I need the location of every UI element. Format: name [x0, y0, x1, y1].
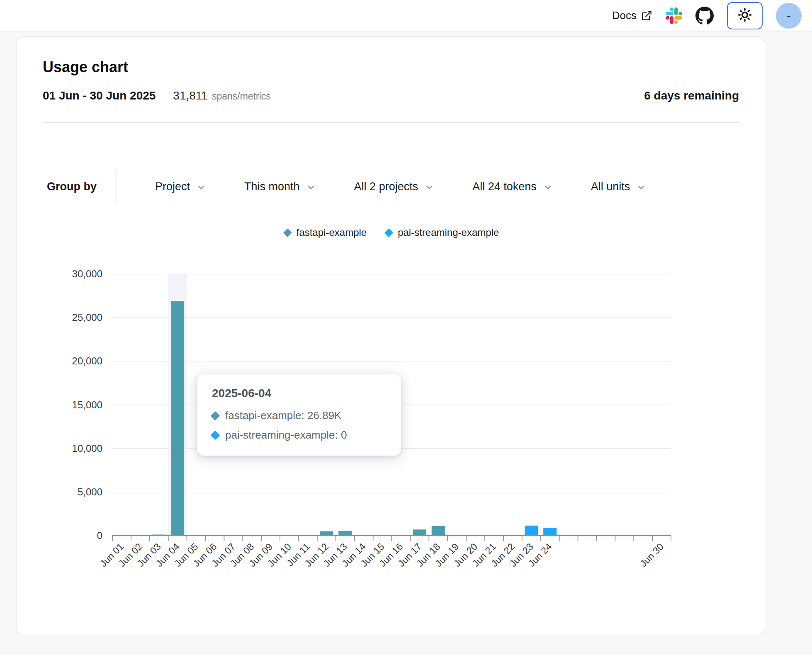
tooltip-row-fastapi-example: fastapi-example: 26.89K — [212, 409, 386, 422]
legend-item-pai-streaming-example[interactable]: pai-streaming-example — [386, 227, 499, 238]
chevron-down-icon — [636, 181, 646, 192]
filter-bar: Group by ProjectThis monthAll 2 projects… — [47, 172, 646, 201]
tooltip-date: 2025-06-04 — [212, 387, 386, 400]
bar-jun-17-fastapi-example[interactable] — [413, 529, 426, 536]
chevron-down-icon — [196, 181, 206, 192]
diamond-marker-icon — [211, 430, 220, 440]
total-spans-unit: spans/metrics — [212, 91, 271, 102]
theme-toggle-button[interactable] — [727, 2, 763, 29]
date-range: 01 Jun - 30 Jun 2025 — [43, 89, 156, 102]
filter-dropdown-all-2-projects[interactable]: All 2 projects — [354, 180, 435, 193]
chevron-down-icon — [543, 181, 553, 192]
tooltip-row-pai-streaming-example: pai-streaming-example: 0 — [212, 429, 386, 442]
bar-jun-18-fastapi-example[interactable] — [432, 526, 445, 536]
legend-label: fastapi-example — [297, 227, 367, 238]
days-remaining: 6 days remaining — [644, 89, 739, 102]
diamond-marker-icon — [384, 228, 393, 237]
filter-dropdown-this-month[interactable]: This month — [244, 180, 316, 193]
dropdown-selected-value: This month — [244, 180, 300, 193]
tooltip-series-value: fastapi-example: 26.89K — [225, 409, 341, 422]
dropdown-selected-value: All 2 projects — [354, 180, 418, 193]
dropdown-selected-value: Project — [155, 180, 190, 193]
filter-dropdown-project[interactable]: Project — [155, 180, 206, 193]
diamond-marker-icon — [283, 228, 292, 237]
bar-jun-23-pai-streaming-example[interactable] — [525, 526, 538, 536]
docs-link[interactable]: Docs — [612, 9, 652, 22]
chevron-down-icon — [424, 181, 434, 192]
page-title: Usage chart — [43, 58, 128, 76]
bar-jun-13-fastapi-example[interactable] — [338, 531, 352, 536]
sun-icon — [737, 7, 752, 24]
y-axis-tick-label: 15,000 — [72, 399, 102, 410]
legend-label: pai-streaming-example — [398, 227, 499, 238]
total-spans-count: 31,811 — [173, 89, 208, 102]
chart-tooltip: 2025-06-04 fastapi-example: 26.89Kpai-st… — [197, 374, 401, 456]
x-axis-tick-label: Jun 30 — [638, 541, 666, 569]
filter-dropdown-all-24-tokens[interactable]: All 24 tokens — [472, 180, 553, 193]
top-navigation-bar: Docs — [0, 0, 812, 32]
diamond-marker-icon — [211, 411, 220, 420]
chevron-down-icon — [306, 181, 316, 192]
filter-dropdowns: ProjectThis monthAll 2 projectsAll 24 to… — [117, 180, 646, 193]
usage-chart-card: Usage chart 01 Jun - 30 Jun 2025 31,811 … — [17, 36, 765, 634]
group-by-label: Group by — [47, 180, 97, 193]
user-avatar[interactable]: - — [776, 3, 802, 29]
y-axis-tick-label: 25,000 — [72, 312, 102, 323]
bar-jun-12-fastapi-example[interactable] — [320, 531, 333, 536]
y-axis-tick-label: 10,000 — [72, 443, 102, 454]
y-axis-tick-label: 0 — [97, 530, 102, 541]
y-axis-tick-label: 20,000 — [72, 355, 102, 366]
y-axis-tick-label: 30,000 — [72, 268, 102, 279]
dropdown-selected-value: All units — [591, 180, 630, 193]
tooltip-series-value: pai-streaming-example: 0 — [225, 429, 347, 442]
filter-dropdown-all-units[interactable]: All units — [591, 180, 647, 193]
avatar-label: - — [787, 9, 791, 23]
bar-jun-04-fastapi-example[interactable] — [171, 301, 184, 536]
usage-meta-row: 01 Jun - 30 Jun 2025 31,811 spans/metric… — [43, 89, 739, 102]
dropdown-selected-value: All 24 tokens — [472, 180, 537, 193]
y-axis-tick-label: 5,000 — [78, 486, 102, 497]
slack-icon[interactable] — [666, 7, 682, 24]
bar-jun-24-pai-streaming-example[interactable] — [543, 528, 557, 536]
github-icon[interactable] — [695, 7, 714, 25]
legend-item-fastapi-example[interactable]: fastapi-example — [284, 227, 367, 238]
header-divider — [43, 122, 739, 123]
external-link-icon — [641, 10, 652, 21]
docs-link-label: Docs — [612, 9, 637, 22]
chart-legend: fastapi-examplepai-streaming-example — [112, 227, 671, 238]
